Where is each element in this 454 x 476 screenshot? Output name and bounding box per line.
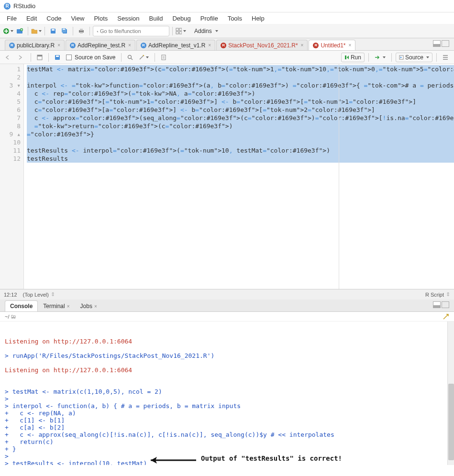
r-file-icon: R bbox=[313, 43, 319, 48]
code-line[interactable]: testResults bbox=[27, 155, 454, 163]
console-line: + c[1] <- b[1] bbox=[5, 417, 449, 424]
console-line: + return(c) bbox=[5, 438, 449, 445]
file-tabs-row: RpublicLibrary.R×RAddRepline_test.R×RAdd… bbox=[0, 38, 454, 51]
svg-rect-11 bbox=[176, 28, 178, 31]
svg-rect-4 bbox=[52, 29, 55, 31]
line-number: 2 bbox=[0, 73, 21, 81]
console-scrollbar-thumb[interactable] bbox=[448, 384, 454, 460]
scope-indicator[interactable]: (Top Level) bbox=[23, 292, 49, 298]
console-working-dir: ~/ bbox=[5, 314, 9, 320]
file-tab-label: Untitled1* bbox=[321, 42, 345, 49]
menu-edit[interactable]: Edit bbox=[22, 14, 42, 23]
app-title: RStudio bbox=[13, 2, 35, 10]
open-dir-icon[interactable] bbox=[11, 314, 16, 319]
console-line: > interpol <- function(a, b) { # a = per… bbox=[5, 402, 449, 410]
save-all-button[interactable] bbox=[59, 26, 70, 36]
code-line[interactable]: testResults <- interpol="color:#169e3f">… bbox=[27, 146, 454, 155]
r-file-icon: R bbox=[70, 43, 76, 48]
minimize-pane-icon[interactable] bbox=[433, 40, 441, 47]
code-line[interactable] bbox=[27, 73, 454, 81]
svg-rect-7 bbox=[63, 29, 65, 30]
close-tab-icon[interactable]: × bbox=[348, 43, 351, 48]
menu-plots[interactable]: Plots bbox=[89, 14, 112, 23]
view-panes-button[interactable] bbox=[176, 26, 186, 36]
close-tab-icon[interactable]: × bbox=[128, 43, 131, 48]
close-tab-icon[interactable]: × bbox=[301, 43, 304, 48]
svg-rect-12 bbox=[179, 28, 182, 31]
code-line[interactable]: testMat <- matrix="color:#169e3f">(c="co… bbox=[27, 65, 454, 73]
print-button[interactable] bbox=[76, 26, 87, 36]
menu-help[interactable]: Help bbox=[247, 14, 269, 23]
save-button[interactable] bbox=[48, 26, 58, 36]
annotation-text: Output of "testResults" is correct! bbox=[201, 454, 342, 462]
maximize-pane-icon[interactable] bbox=[442, 40, 449, 47]
menu-file[interactable]: File bbox=[2, 14, 22, 23]
open-file-button[interactable] bbox=[31, 26, 42, 36]
menu-tools[interactable]: Tools bbox=[223, 14, 247, 23]
file-tab-label: StackPost_Nov16_2021.R* bbox=[228, 42, 298, 49]
line-number: 6 bbox=[0, 106, 21, 114]
close-tab-icon[interactable]: × bbox=[57, 43, 60, 48]
file-tab[interactable]: RAddRepline_test_v1.R× bbox=[136, 40, 215, 50]
console-line: + } bbox=[5, 445, 449, 453]
show-in-new-window-button[interactable] bbox=[35, 53, 44, 62]
maximize-console-pane-icon[interactable] bbox=[442, 301, 449, 308]
file-tab[interactable]: RStackPost_Nov16_2021.R*× bbox=[216, 40, 308, 50]
console-line: + c[a] <- b[2] bbox=[5, 424, 449, 431]
console-output[interactable]: Listening on http://127.0.0.1:6064 > run… bbox=[0, 321, 454, 465]
code-line[interactable]: c="color:#169e3f">[a="color:#169e3f">] <… bbox=[27, 106, 454, 114]
minimize-console-pane-icon[interactable] bbox=[433, 301, 441, 308]
main-toolbar: Addins bbox=[0, 24, 454, 38]
menu-profile[interactable]: Profile bbox=[196, 14, 223, 23]
menu-view[interactable]: View bbox=[66, 14, 89, 23]
line-number: 10 bbox=[0, 138, 21, 146]
code-area[interactable]: testMat <- matrix="color:#169e3f">(c="co… bbox=[24, 64, 454, 289]
code-line[interactable] bbox=[27, 138, 454, 146]
clear-console-icon[interactable] bbox=[443, 313, 449, 320]
new-file-button[interactable] bbox=[3, 26, 13, 36]
menu-code[interactable]: Code bbox=[42, 14, 66, 23]
console-line: + c <- approx(seq_along(c)[!is.na(c)], c… bbox=[5, 431, 449, 438]
file-tab-label: AddRepline_test_v1.R bbox=[148, 42, 205, 49]
line-number: 5 bbox=[0, 98, 21, 106]
source-on-save-checkbox[interactable]: Source on Save bbox=[64, 53, 117, 62]
source-status-bar: 12:12 (Top Level) ⇕ R Script ⇕ bbox=[0, 289, 454, 299]
source-button[interactable]: Source bbox=[396, 53, 432, 62]
r-file-icon: R bbox=[141, 43, 146, 48]
code-editor[interactable]: 123 ▾456789 ▴101112 testMat <- matrix="c… bbox=[0, 64, 454, 289]
magic-wand-button[interactable] bbox=[137, 53, 151, 62]
code-line[interactable]: c <- approx="color:#169e3f">(seq_along="… bbox=[27, 114, 454, 122]
addins-button[interactable]: Addins bbox=[190, 26, 222, 36]
console-line: > runApp('R/Files/StackPostings/StackPos… bbox=[5, 352, 449, 359]
code-line[interactable]: interpol <- ="tok-kw">function="color:#1… bbox=[27, 81, 454, 89]
find-button[interactable] bbox=[125, 53, 135, 62]
close-tab-icon[interactable]: × bbox=[208, 43, 211, 48]
compile-report-button[interactable] bbox=[159, 53, 168, 62]
goto-input[interactable] bbox=[100, 28, 166, 34]
menu-session[interactable]: Session bbox=[112, 14, 144, 23]
line-number: 3 ▾ bbox=[0, 81, 21, 89]
line-number: 4 bbox=[0, 89, 21, 98]
code-line[interactable]: ="tok-kw">return="color:#169e3f">(c="col… bbox=[27, 122, 454, 130]
language-mode[interactable]: R Script bbox=[425, 292, 444, 298]
forward-button[interactable] bbox=[16, 53, 27, 62]
tab-console[interactable]: Console bbox=[5, 300, 38, 311]
back-button[interactable] bbox=[4, 53, 14, 62]
menu-build[interactable]: Build bbox=[144, 14, 168, 23]
run-button[interactable]: Run bbox=[341, 53, 365, 62]
save-source-button[interactable] bbox=[53, 53, 62, 62]
code-line[interactable]: c="color:#169e3f">[="tok-num">1="color:#… bbox=[27, 98, 454, 106]
goto-file-function[interactable] bbox=[93, 26, 169, 36]
file-tab[interactable]: RpublicLibrary.R× bbox=[5, 40, 65, 50]
outline-button[interactable] bbox=[441, 53, 450, 62]
code-line[interactable]: ="color:#169e3f">} bbox=[27, 130, 454, 138]
file-tab[interactable]: RUntitled1*× bbox=[309, 40, 355, 50]
menu-debug[interactable]: Debug bbox=[167, 14, 195, 23]
file-tab[interactable]: RAddRepline_test.R× bbox=[66, 40, 135, 50]
code-line[interactable]: c <- rep="color:#169e3f">(="tok-kw">NA, … bbox=[27, 89, 454, 98]
tab-jobs[interactable]: Jobs× bbox=[75, 300, 102, 311]
file-tab-label: AddRepline_test.R bbox=[78, 42, 125, 49]
tab-terminal[interactable]: Terminal× bbox=[38, 300, 75, 311]
new-project-button[interactable] bbox=[14, 26, 25, 36]
rerun-button[interactable] bbox=[373, 53, 388, 62]
